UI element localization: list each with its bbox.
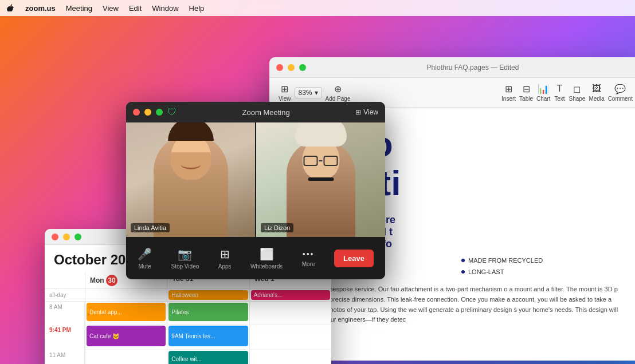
toolbar-comment-button[interactable]: 💬 Comment: [608, 83, 633, 102]
shape-icon: ◻: [571, 83, 583, 94]
toolbar-insert-button[interactable]: ⊞ Insert: [501, 83, 516, 102]
person-1-face: [171, 134, 211, 180]
apple-menu-icon[interactable]: [7, 4, 15, 12]
tennis-am-label[interactable]: 9AM Tennis les...: [171, 333, 215, 339]
mon-9am-cell: Cat cafe 🐱: [85, 325, 167, 350]
toolbar-text-button[interactable]: T Text: [554, 83, 565, 102]
zoom-shield-icon: 🛡: [167, 107, 177, 117]
more-icon: •••: [303, 250, 315, 259]
wed-9am-cell: [249, 325, 331, 350]
add-page-icon: ⊕: [332, 83, 344, 94]
menubar-meeting[interactable]: Meeting: [66, 4, 92, 13]
cal-close-button[interactable]: [52, 234, 58, 240]
pages-maximize-button[interactable]: [299, 64, 306, 71]
tue-8am-cell: Pilates: [167, 302, 249, 325]
toolbar-shape-button[interactable]: ◻ Shape: [569, 83, 585, 102]
apps-button[interactable]: ⊞ Apps: [218, 247, 232, 270]
menubar-edit[interactable]: Edit: [129, 4, 142, 13]
toolbar-media-button[interactable]: 🖼 Media: [589, 83, 604, 102]
comment-icon: 💬: [614, 83, 626, 94]
toolbar-table-button[interactable]: ⊟ Table: [519, 83, 533, 102]
calendar-all-day-row: all-day Halloween Adriana's...: [45, 289, 331, 302]
zoom-close-button[interactable]: [133, 109, 140, 116]
pages-titlebar: Phlothru FAQ.pages — Edited: [269, 57, 635, 78]
zoom-controls-bar: 🎤 Mute 📷 Stop Video ⊞ Apps ⬜ Whiteboards…: [126, 237, 385, 279]
mute-icon: 🎤: [138, 247, 152, 261]
zoom-grid-icon: ⊞: [355, 108, 361, 116]
stop-video-button[interactable]: 📷 Stop Video: [171, 247, 199, 270]
zoom-title: Zoom Meeting: [181, 108, 351, 117]
calendar-11am-row: 11 AM Coffee wit...: [45, 350, 331, 364]
participant-1-bg: [126, 122, 255, 237]
all-day-wed: Adriana's...: [249, 289, 331, 301]
toolbar-view-button[interactable]: ⊞ View: [279, 83, 291, 102]
text-icon: T: [554, 83, 565, 94]
bullet-dot: [461, 259, 465, 262]
participant-2-bg: [256, 122, 385, 237]
cal-empty-header: [45, 272, 85, 288]
insert-icon: ⊞: [503, 83, 515, 94]
coffee-event[interactable]: Coffee wit...: [168, 351, 248, 364]
participant-2-label: Liz Dizon: [261, 223, 293, 232]
tennis-am-event: 9AM Tennis les...: [168, 326, 248, 346]
time-9am: 9:41 PM: [45, 325, 85, 350]
calendar-8am-row: 8 AM Dental app... Pilates: [45, 302, 331, 325]
mute-button[interactable]: 🎤 Mute: [138, 247, 152, 270]
person-1-hair: [168, 122, 214, 141]
menubar-window[interactable]: Window: [152, 4, 178, 13]
stop-video-icon: 📷: [178, 247, 192, 261]
wed-11am-cell: [249, 350, 331, 364]
all-day-label: all-day: [45, 289, 85, 301]
toolbar-add-page-button[interactable]: ⊕ Add Page: [326, 83, 351, 102]
tue-9am-cell: 9AM Tennis les...: [167, 325, 249, 350]
zoom-video-area: Linda Avitia: [126, 122, 385, 237]
calendar-9am-row: 9:41 PM Cat cafe 🐱 9AM Tennis les...: [45, 325, 331, 350]
pages-body-text: Phlothru is a bespoke service. Our fau a…: [292, 284, 619, 325]
wed-8am-cell: [249, 302, 331, 325]
whiteboards-icon: ⬜: [260, 247, 274, 261]
pages-minimize-button[interactable]: [288, 64, 295, 71]
person-2-hair: [295, 122, 347, 147]
pages-close-button[interactable]: [276, 64, 283, 71]
bullet-long-last: LONG-LAST: [461, 268, 619, 275]
pilates-event[interactable]: Pilates: [168, 303, 248, 321]
person-2-choker: [308, 177, 334, 181]
pages-title: Phlothru FAQ.pages — Edited: [311, 64, 635, 72]
bullet-dot: [461, 270, 465, 274]
menubar-app-name[interactable]: zoom.us: [25, 4, 56, 13]
cal-maximize-button[interactable]: [75, 234, 81, 240]
chart-icon: 📊: [538, 83, 549, 94]
zoom-minimize-button[interactable]: [144, 109, 151, 116]
zoom-view-button[interactable]: ⊞ View: [355, 108, 378, 116]
menubar: zoom.us Meeting View Edit Window Help: [0, 0, 635, 16]
cat-cafe-event[interactable]: Cat cafe 🐱: [87, 326, 166, 346]
menubar-help[interactable]: Help: [189, 4, 205, 13]
time-8am: 8 AM: [45, 302, 85, 325]
table-icon: ⊟: [520, 83, 532, 94]
dental-event[interactable]: Dental app...: [87, 303, 166, 321]
toolbar-zoom-control[interactable]: 83% ▾: [295, 87, 322, 98]
participant-1-label: Linda Avitia: [131, 223, 170, 232]
toolbar-chart-button[interactable]: 📊 Chart: [536, 83, 550, 102]
mon-8am-cell: Dental app...: [85, 302, 167, 325]
whiteboards-button[interactable]: ⬜ Whiteboards: [250, 247, 283, 270]
all-day-tue: Halloween: [167, 289, 249, 301]
zoom-titlebar: 🛡 Zoom Meeting ⊞ View: [126, 102, 385, 122]
apps-icon: ⊞: [220, 247, 230, 261]
time-11am: 11 AM: [45, 350, 85, 364]
menubar-view[interactable]: View: [103, 4, 119, 13]
adrianas-event[interactable]: Adriana's...: [251, 290, 330, 300]
bullet-recycled: MADE FROM RECYCLED: [461, 257, 619, 264]
zoom-maximize-button[interactable]: [156, 109, 163, 116]
zoom-window: 🛡 Zoom Meeting ⊞ View Linda Avitia: [126, 102, 385, 279]
toolbar-right-group: ⊞ Insert ⊟ Table 📊 Chart T Text ◻ Shape …: [501, 83, 633, 102]
more-button[interactable]: ••• More: [302, 250, 315, 267]
view-icon: ⊞: [279, 83, 291, 94]
participant-2-video: Liz Dizon: [256, 122, 385, 237]
tue-11am-cell: Coffee wit...: [167, 350, 249, 364]
halloween-event[interactable]: Halloween: [168, 290, 248, 300]
cal-minimize-button[interactable]: [63, 234, 70, 240]
person-2-glasses: [304, 155, 338, 167]
leave-meeting-button[interactable]: Leave: [334, 250, 374, 267]
zoom-caret-icon: ▾: [315, 89, 318, 97]
